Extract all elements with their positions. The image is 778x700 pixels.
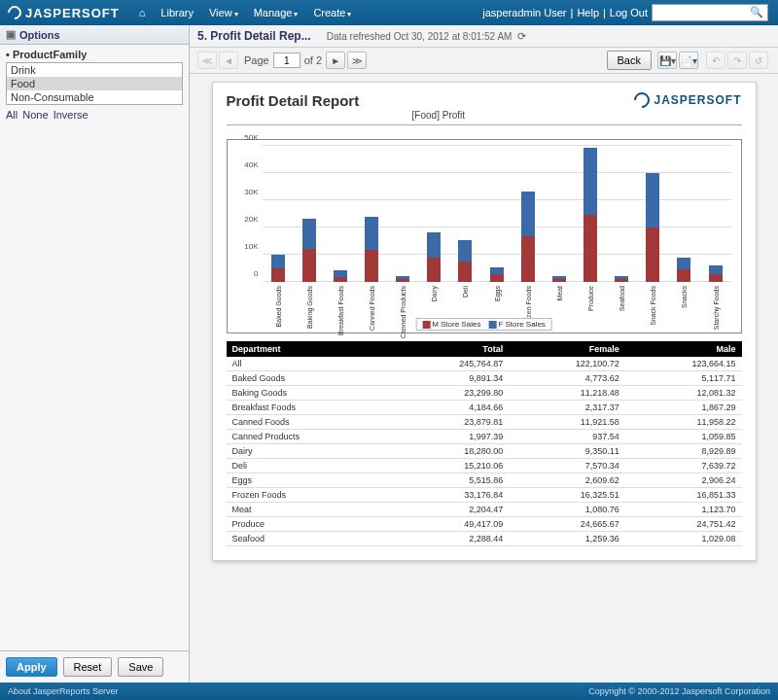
options-header[interactable]: ▣Options	[0, 25, 189, 45]
bar-column[interactable]: Starchy Foods	[699, 146, 730, 282]
bar-icon	[488, 321, 496, 329]
col-female: Female	[509, 341, 625, 357]
category-label: Canned Products	[400, 286, 407, 338]
undo-icon[interactable]: ↶	[706, 52, 725, 69]
copyright: Copyright © 2000-2012 Jaspersoft Corpora…	[588, 686, 770, 696]
about-link[interactable]: About JasperReports Server	[8, 686, 119, 696]
report-logo: JASPERSOFT	[634, 92, 741, 108]
profit-table: Department Total Female Male All245,764.…	[227, 341, 742, 546]
search-input[interactable]	[653, 5, 750, 20]
search-icon[interactable]: 🔍	[750, 6, 763, 18]
category-label: Snacks	[681, 286, 688, 308]
select-inverse[interactable]: Inverse	[53, 109, 88, 121]
bar-column[interactable]: Seafood	[606, 146, 637, 282]
prev-page-button[interactable]: ◄	[219, 52, 238, 69]
brand-icon	[5, 3, 24, 22]
bar-column[interactable]: Meat	[544, 146, 575, 282]
profit-chart: 010K20K30K40K50KBaked GoodsBaking GoodsB…	[227, 139, 742, 333]
category-label: Produce	[586, 286, 593, 311]
top-nav: JASPERSOFT ⌂ Library View Manage Create …	[0, 0, 778, 25]
sidebar: ▣Options • ProductFamily DrinkFoodNon-Co…	[0, 25, 190, 682]
bar-column[interactable]: Breakfast Foods	[325, 146, 356, 282]
logo-icon	[631, 89, 654, 112]
table-row: Baked Goods9,891.344,773.625,117.71	[227, 371, 742, 386]
chart-legend: M Store Sales F Store Sales	[415, 318, 552, 331]
bar-column[interactable]: Eggs	[480, 146, 512, 282]
refresh-icon[interactable]: ⟳	[517, 30, 526, 43]
next-page-button[interactable]: ►	[326, 52, 345, 69]
home-icon[interactable]: ⌂	[139, 7, 146, 18]
category-label: Baking Goods	[305, 286, 312, 329]
page-input[interactable]	[273, 52, 301, 68]
table-row: Dairy18,280.009,350.118,929.89	[227, 444, 742, 459]
last-page-button[interactable]: ≫	[347, 52, 367, 69]
productfamily-list: DrinkFoodNon-Consumable	[6, 62, 183, 105]
legend-f[interactable]: F Store Sales	[488, 320, 545, 329]
report-page: Profit Detail Report [Food] Profit JASPE…	[212, 82, 757, 561]
apply-button[interactable]: Apply	[6, 657, 57, 677]
save-button[interactable]: Save	[118, 657, 163, 677]
search-box: 🔍	[652, 4, 768, 21]
bar-column[interactable]: Snack Foods	[637, 146, 668, 282]
bar-icon	[422, 321, 430, 329]
nav-library[interactable]: Library	[160, 7, 194, 18]
refresh-timestamp: Data refreshed Oct 30, 2012 at 8:01:52 A…	[327, 31, 513, 42]
col-department: Department	[227, 341, 393, 357]
col-male: Male	[625, 341, 742, 357]
table-row: Canned Products1,997.39937.541,059.85	[227, 430, 742, 444]
footer: About JasperReports Server Copyright © 2…	[0, 682, 778, 700]
table-row: All245,764.87122,100.72123,664.15	[227, 357, 742, 371]
user-label[interactable]: jasperadmin User	[482, 7, 566, 18]
bar-column[interactable]: Dairy	[418, 146, 449, 282]
selection-links: All None Inverse	[6, 109, 183, 121]
category-label: Eggs	[493, 286, 500, 301]
logout-link[interactable]: Log Out	[610, 7, 648, 18]
category-label: Dairy	[431, 286, 438, 301]
table-row: Breakfast Foods4,184.662,317.371,867.29	[227, 401, 742, 415]
category-label: Breakfast Foods	[336, 286, 343, 335]
table-row: Eggs5,515.862,609.622,906.24	[227, 473, 742, 488]
bar-column[interactable]: Baking Goods	[294, 146, 325, 282]
table-row: Meat2,204.471,080.761,123.70	[227, 503, 742, 517]
table-row: Produce49,417.0924,665.6724,751.42	[227, 517, 742, 532]
table-row: Deli15,210.067,570.347,639.72	[227, 459, 742, 473]
table-row: Frozen Foods33,176.8416,325.5116,851.33	[227, 488, 742, 503]
nav-manage[interactable]: Manage	[254, 7, 299, 18]
help-link[interactable]: Help	[577, 7, 599, 18]
category-label: Snack Foods	[650, 286, 656, 326]
bar-column[interactable]: Snacks	[668, 146, 699, 282]
bar-column[interactable]: Canned Products	[387, 146, 418, 282]
revert-icon[interactable]: ↺	[749, 52, 768, 69]
nav-view[interactable]: View	[209, 7, 238, 18]
bar-column[interactable]: Frozen Foods	[513, 146, 544, 282]
first-page-button[interactable]: ≪	[197, 52, 217, 69]
list-item[interactable]: Non-Consumable	[7, 90, 182, 104]
redo-icon[interactable]: ↷	[727, 52, 747, 69]
page-label: Page	[244, 54, 269, 66]
list-item[interactable]: Food	[7, 77, 182, 90]
select-all[interactable]: All	[6, 109, 18, 121]
reset-button[interactable]: Reset	[63, 657, 113, 677]
report-heading: Profit Detail Report	[227, 92, 360, 109]
brand: JASPERSOFT	[8, 6, 120, 20]
table-row: Seafood2,288.441,259.361,029.08	[227, 532, 742, 546]
category-label: Starchy Foods	[712, 286, 719, 330]
category-label: Meat	[555, 286, 562, 301]
back-button[interactable]: Back	[607, 51, 652, 70]
select-none[interactable]: None	[22, 109, 48, 121]
export-icon[interactable]: 📄▾	[679, 52, 698, 69]
bar-column[interactable]: Deli	[449, 146, 480, 282]
col-total: Total	[393, 341, 510, 357]
table-row: Baking Goods23,299.8011,218.4812,081.32	[227, 386, 742, 401]
bar-column[interactable]: Produce	[575, 146, 606, 282]
category-label: Deli	[462, 286, 469, 298]
bar-column[interactable]: Canned Foods	[356, 146, 387, 282]
nav-create[interactable]: Create	[313, 7, 351, 18]
save-icon[interactable]: 💾▾	[657, 52, 677, 69]
bar-column[interactable]: Baked Goods	[263, 146, 294, 282]
category-label: Baked Goods	[274, 286, 281, 327]
collapse-icon[interactable]: ▣	[6, 28, 16, 41]
legend-m[interactable]: M Store Sales	[422, 320, 480, 329]
list-item[interactable]: Drink	[7, 63, 182, 77]
filter-label-productfamily: • ProductFamily	[6, 49, 183, 60]
